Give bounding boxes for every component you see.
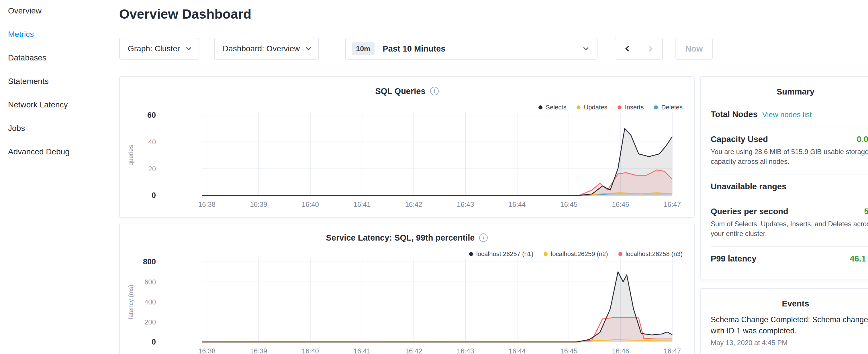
- svg-text:16:45: 16:45: [560, 347, 578, 354]
- sidebar-item-databases[interactable]: Databases: [8, 52, 114, 64]
- time-range-label: Past 10 Minutes: [382, 44, 445, 54]
- sidebar-item-jobs[interactable]: Jobs: [8, 123, 114, 134]
- svg-text:16:42: 16:42: [405, 347, 423, 354]
- svg-text:16:38: 16:38: [198, 200, 216, 208]
- time-nav-group: [615, 38, 663, 60]
- svg-text:20: 20: [148, 165, 156, 173]
- graph-dropdown-label: Graph: Cluster: [128, 44, 180, 53]
- chart-title: SQL Queries: [375, 87, 425, 96]
- svg-text:40: 40: [148, 138, 156, 146]
- event-item[interactable]: Schema Change Completed: Schema change w…: [711, 314, 868, 347]
- summary-row-value: 0.01%: [857, 135, 868, 144]
- svg-text:60: 60: [147, 111, 156, 120]
- summary-row-top: Total NodesView nodes list3: [711, 110, 868, 119]
- summary-row-label: Unavailable ranges: [711, 182, 786, 191]
- svg-text:16:46: 16:46: [612, 200, 629, 208]
- svg-text:16:42: 16:42: [405, 200, 423, 208]
- dashboard-dropdown-label: Dashboard: Overview: [223, 44, 300, 53]
- svg-text:16:40: 16:40: [302, 347, 319, 354]
- right-panel: Summary Total NodesView nodes list3Capac…: [700, 76, 868, 354]
- svg-text:16:38: 16:38: [198, 347, 216, 354]
- svg-text:latency (ms): latency (ms): [127, 285, 134, 319]
- summary-rows: Total NodesView nodes list3Capacity Used…: [711, 102, 868, 271]
- time-prev-button[interactable]: [615, 38, 639, 59]
- svg-text:0: 0: [152, 338, 156, 346]
- app-root: OverviewMetricsDatabasesStatementsNetwor…: [0, 0, 868, 354]
- summary-row-label: Capacity Used: [711, 135, 768, 144]
- time-range-dropdown[interactable]: 10m Past 10 Minutes: [345, 38, 597, 60]
- summary-row: Queries per second59.7Sum of Selects, Up…: [711, 199, 868, 246]
- svg-text:16:41: 16:41: [353, 347, 371, 354]
- summary-row-top: Queries per second59.7: [711, 207, 868, 216]
- event-message: Schema Change Completed: Schema change w…: [711, 314, 868, 336]
- summary-row-link[interactable]: View nodes list: [762, 110, 812, 119]
- chart-title-row: SQL Queriesi: [120, 85, 694, 97]
- svg-text:16:39: 16:39: [250, 347, 267, 354]
- dashboard-dropdown[interactable]: Dashboard: Overview: [214, 38, 319, 60]
- sidebar-nav: OverviewMetricsDatabasesStatementsNetwor…: [8, 5, 114, 158]
- summary-row-label: Total Nodes: [711, 110, 758, 119]
- time-range-badge: 10m: [351, 42, 375, 55]
- summary-row-label-wrap: Queries per second: [711, 207, 788, 216]
- sidebar-item-overview[interactable]: Overview: [8, 5, 114, 17]
- time-next-button[interactable]: [639, 38, 662, 59]
- chevron-down-icon: [186, 45, 191, 50]
- chart-plot: 020406016:3816:3916:4016:4116:4216:4316:…: [120, 104, 694, 212]
- info-icon[interactable]: i: [479, 233, 488, 242]
- summary-row: Total NodesView nodes list3: [711, 102, 868, 127]
- svg-text:16:43: 16:43: [457, 200, 474, 208]
- summary-row-value: 59.7: [864, 207, 868, 216]
- summary-row-top: Capacity Used0.01%: [711, 135, 868, 144]
- svg-text:200: 200: [145, 318, 156, 326]
- controls-row: Graph: Cluster Dashboard: Overview 10m P…: [119, 38, 713, 60]
- svg-text:16:40: 16:40: [302, 200, 319, 208]
- sidebar: OverviewMetricsDatabasesStatementsNetwor…: [0, 0, 114, 354]
- summary-row-label-wrap: Capacity Used: [711, 135, 768, 144]
- chevron-left-icon: [625, 46, 631, 52]
- svg-text:queries: queries: [127, 145, 134, 165]
- chevron-down-icon: [584, 45, 589, 50]
- svg-text:16:44: 16:44: [509, 200, 526, 208]
- svg-text:16:46: 16:46: [612, 347, 629, 354]
- chart-card: Service Latency: SQL, 99th percentileilo…: [119, 223, 694, 354]
- summary-row: P99 latency46.1 ms: [711, 246, 868, 271]
- chart-title-row: Service Latency: SQL, 99th percentilei: [120, 231, 694, 244]
- svg-text:16:43: 16:43: [457, 347, 474, 354]
- summary-row-label-wrap: Unavailable ranges: [711, 182, 786, 191]
- graph-dropdown[interactable]: Graph: Cluster: [119, 38, 199, 60]
- svg-text:16:45: 16:45: [560, 200, 578, 208]
- svg-text:16:47: 16:47: [664, 200, 681, 208]
- event-timestamp: May 13, 2020 at 4:45 PM: [711, 339, 868, 347]
- events-card: Events Schema Change Completed: Schema c…: [700, 288, 868, 354]
- now-button[interactable]: Now: [676, 38, 712, 60]
- summary-row-description: Sum of Selects, Updates, Inserts, and De…: [711, 219, 868, 238]
- svg-text:16:39: 16:39: [250, 200, 267, 208]
- summary-row-value: 46.1 ms: [850, 254, 868, 263]
- sidebar-item-advanced-debug[interactable]: Advanced Debug: [8, 146, 114, 158]
- svg-text:16:47: 16:47: [664, 347, 681, 354]
- chart-card: SQL QueriesiSelectsUpdatesInsertsDeletes…: [119, 76, 694, 218]
- chevron-right-icon: [647, 46, 652, 52]
- chart-plot: 020040060080016:3816:3916:4016:4116:4216…: [120, 250, 694, 354]
- sidebar-item-network-latency[interactable]: Network Latency: [8, 99, 114, 110]
- summary-row-label-wrap: P99 latency: [711, 254, 756, 263]
- info-icon[interactable]: i: [430, 87, 439, 95]
- summary-card: Summary Total NodesView nodes list3Capac…: [700, 76, 868, 280]
- svg-text:400: 400: [145, 298, 156, 306]
- summary-row-label: P99 latency: [711, 254, 756, 263]
- summary-row: Capacity Used0.01%You are using 28.6 MiB…: [711, 127, 868, 174]
- svg-text:0: 0: [152, 191, 156, 200]
- charts-column: SQL QueriesiSelectsUpdatesInsertsDeletes…: [119, 76, 694, 354]
- summary-row-top: Unavailable ranges0: [711, 182, 868, 191]
- summary-title: Summary: [711, 87, 868, 97]
- summary-row-top: P99 latency46.1 ms: [711, 254, 868, 263]
- summary-row-label: Queries per second: [711, 207, 788, 216]
- summary-row: Unavailable ranges0: [711, 174, 868, 199]
- sidebar-item-metrics[interactable]: Metrics: [8, 29, 114, 40]
- sidebar-item-statements[interactable]: Statements: [8, 75, 114, 87]
- page-title: Overview Dashboard: [119, 6, 251, 22]
- chevron-down-icon: [306, 45, 311, 50]
- svg-text:16:44: 16:44: [509, 347, 526, 354]
- chart-title: Service Latency: SQL, 99th percentile: [326, 233, 475, 243]
- events-list: Schema Change Completed: Schema change w…: [711, 314, 868, 347]
